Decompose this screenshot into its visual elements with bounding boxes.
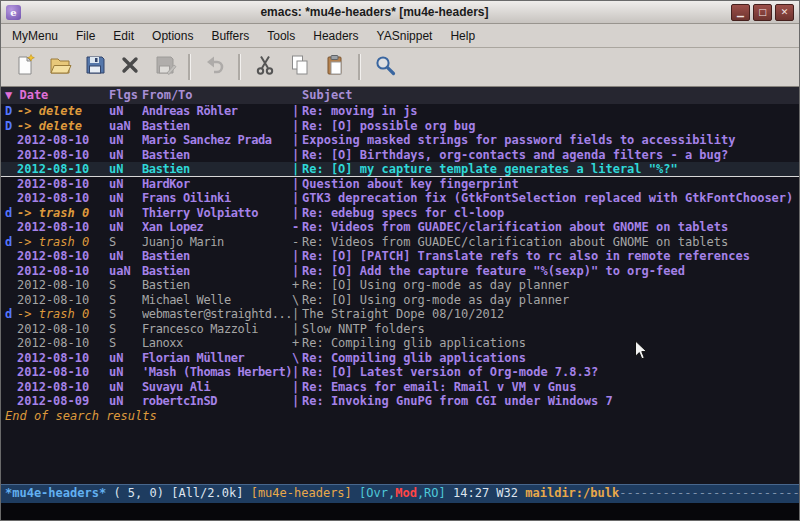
column-subject[interactable]: Subject bbox=[302, 87, 799, 104]
message-flags: uN bbox=[109, 394, 142, 409]
message-from: Bastien bbox=[142, 148, 292, 163]
message-flags: uN bbox=[109, 206, 142, 221]
copy-button[interactable] bbox=[284, 52, 315, 83]
message-subject: Re: [O] [PATCH] Translate refs to rc als… bbox=[302, 249, 799, 264]
message-flags: uN bbox=[109, 191, 142, 206]
menu-tools[interactable]: Tools bbox=[258, 26, 304, 46]
message-row[interactable]: 2012-08-10uaNBastien|Re: [O] Add the cap… bbox=[1, 264, 799, 279]
message-row[interactable]: 2012-08-10uNMario Sanchez Prada|Exposing… bbox=[1, 133, 799, 148]
menubar: MyMenuFileEditOptionsBuffersToolsHeaders… bbox=[1, 24, 799, 48]
thread-connector: \ bbox=[292, 351, 302, 366]
undo-button bbox=[199, 52, 230, 83]
message-row[interactable]: 2012-08-10uNFlorian Müllner\Re: Compilin… bbox=[1, 351, 799, 366]
message-row[interactable]: 2012-08-10SBastien+Re: [O] Using org-mod… bbox=[1, 278, 799, 293]
column-from[interactable]: From/To bbox=[142, 87, 292, 104]
message-from: webmaster@straightd... bbox=[142, 307, 292, 322]
paste-button[interactable] bbox=[319, 52, 350, 83]
end-of-results: End of search results bbox=[1, 409, 799, 424]
column-date[interactable]: ▼ Date bbox=[5, 87, 109, 104]
message-mark bbox=[5, 148, 17, 163]
message-from: Bastien bbox=[142, 278, 292, 293]
thread-connector: | bbox=[292, 133, 302, 148]
message-list: D-> deleteuNAndreas Röhler|Re: moving in… bbox=[1, 104, 799, 409]
message-row[interactable]: d-> trash 0SJuanjo Marin-Re: Videos from… bbox=[1, 235, 799, 250]
message-from: Suvayu Ali bbox=[142, 380, 292, 395]
message-flags: uN bbox=[109, 104, 142, 119]
message-row[interactable]: 2012-08-10SMichael Welle\Re: [O] Using o… bbox=[1, 293, 799, 308]
column-flags[interactable]: Flgs bbox=[109, 87, 142, 104]
message-mark: d bbox=[5, 307, 17, 322]
message-from: Mario Sanchez Prada bbox=[142, 133, 292, 148]
message-flags: S bbox=[109, 322, 142, 337]
menu-help[interactable]: Help bbox=[441, 26, 484, 46]
message-date: 2012-08-10 bbox=[17, 278, 109, 293]
echo-area[interactable] bbox=[1, 503, 799, 520]
message-subject: Re: [O] Using org-mode as day planner bbox=[302, 293, 799, 308]
toolbar-separator bbox=[188, 54, 191, 80]
open-file-button[interactable] bbox=[44, 52, 75, 83]
message-date: 2012-08-09 bbox=[17, 394, 109, 409]
message-flags: S bbox=[109, 278, 142, 293]
message-row[interactable]: d-> trash 0Swebmaster@straightd...|The S… bbox=[1, 307, 799, 322]
menu-buffers[interactable]: Buffers bbox=[202, 26, 258, 46]
window-controls: ▁ □ ✕ bbox=[728, 4, 794, 21]
undo-icon bbox=[203, 53, 227, 81]
message-date: 2012-08-10 bbox=[17, 249, 109, 264]
message-row[interactable]: 2012-08-10SLanoxx+Re: Compiling glib app… bbox=[1, 336, 799, 351]
message-flags: uN bbox=[109, 162, 142, 176]
search-icon bbox=[373, 53, 397, 81]
thread-connector: | bbox=[292, 249, 302, 264]
modeline-segment-status: Ovr, bbox=[366, 486, 395, 500]
toolbar-separator bbox=[358, 54, 361, 80]
new-file-button[interactable] bbox=[9, 52, 40, 83]
message-row[interactable]: 2012-08-10uNFrans Oilinki|GTK3 deprecati… bbox=[1, 191, 799, 206]
modeline-segment-dashes: ----------------------------------------… bbox=[619, 486, 799, 500]
message-from: HardKor bbox=[142, 177, 292, 192]
message-date: 2012-08-10 bbox=[17, 322, 109, 337]
message-row[interactable]: 2012-08-10uNXan Lopez-Re: Videos from GU… bbox=[1, 220, 799, 235]
menu-headers[interactable]: Headers bbox=[304, 26, 367, 46]
message-subject: The Straight Dope 08/10/2012 bbox=[302, 307, 799, 322]
message-row[interactable]: 2012-08-10uN'Mash (Thomas Herbert)|Re: [… bbox=[1, 365, 799, 380]
menu-mymenu[interactable]: MyMenu bbox=[3, 26, 67, 46]
minimize-button[interactable]: ▁ bbox=[731, 4, 750, 21]
emacs-icon: e bbox=[6, 5, 21, 20]
close-button[interactable]: ✕ bbox=[775, 4, 794, 21]
message-subject: Re: Videos from GUADEC/clarification abo… bbox=[302, 220, 799, 235]
message-flags: uN bbox=[109, 249, 142, 264]
message-row[interactable]: 2012-08-10uNBastien|Re: [O] my capture t… bbox=[1, 162, 799, 177]
message-row[interactable]: D-> deleteuNAndreas Röhler|Re: moving in… bbox=[1, 104, 799, 119]
menu-edit[interactable]: Edit bbox=[104, 26, 143, 46]
search-button[interactable] bbox=[369, 52, 400, 83]
message-row[interactable]: 2012-08-10SFrancesco Mazzoli|Slow NNTP f… bbox=[1, 322, 799, 337]
maximize-button[interactable]: □ bbox=[753, 4, 772, 21]
message-row[interactable]: D-> deleteuaNBastien|Re: [O] possible or… bbox=[1, 119, 799, 134]
message-mark bbox=[5, 322, 17, 337]
message-row[interactable]: 2012-08-10uNHardKor|Question about key f… bbox=[1, 177, 799, 192]
kill-buffer-button[interactable] bbox=[114, 52, 145, 83]
message-row[interactable]: 2012-08-10uNBastien|Re: [O] [PATCH] Tran… bbox=[1, 249, 799, 264]
message-subject: Re: Compiling glib applications bbox=[302, 336, 799, 351]
message-mark bbox=[5, 220, 17, 235]
cut-button[interactable] bbox=[249, 52, 280, 83]
mode-line[interactable]: *mu4e-headers* ( 5, 0) [All/2.0k] [mu4e-… bbox=[1, 484, 799, 503]
message-date: -> trash 0 bbox=[17, 206, 109, 221]
message-row[interactable]: 2012-08-10uNBastien|Re: [O] Birthdays, o… bbox=[1, 148, 799, 163]
message-flags: S bbox=[109, 307, 142, 322]
message-flags: uN bbox=[109, 177, 142, 192]
message-row[interactable]: d-> trash 0uNThierry Volpiatto|Re: edebu… bbox=[1, 206, 799, 221]
message-mark bbox=[5, 293, 17, 308]
message-row[interactable]: 2012-08-09uNrobertcInSD|Re: Invoking Gnu… bbox=[1, 394, 799, 409]
menu-options[interactable]: Options bbox=[143, 26, 202, 46]
message-mark: d bbox=[5, 206, 17, 221]
thread-connector: | bbox=[292, 322, 302, 337]
message-from: Bastien bbox=[142, 162, 292, 176]
menu-yasnippet[interactable]: YASnippet bbox=[368, 26, 442, 46]
message-from: Michael Welle bbox=[142, 293, 292, 308]
message-from: Francesco Mazzoli bbox=[142, 322, 292, 337]
message-row[interactable]: 2012-08-10uNSuvayu Ali|Re: Emacs for ema… bbox=[1, 380, 799, 395]
modeline-segment-status: [ bbox=[352, 486, 366, 500]
save-button[interactable] bbox=[79, 52, 110, 83]
menu-file[interactable]: File bbox=[67, 26, 104, 46]
message-from: 'Mash (Thomas Herbert) bbox=[142, 365, 292, 380]
